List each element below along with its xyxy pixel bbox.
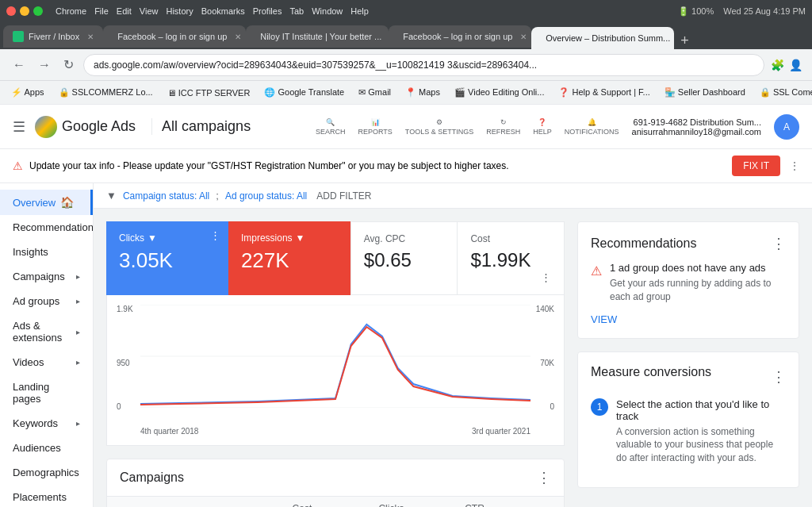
chart-x-labels: 4th quarter 2018 3rd quarter 2021 (117, 427, 554, 436)
hamburger-menu[interactable]: ☰ (13, 118, 25, 136)
bookmark-icc[interactable]: 🖥 ICC FTP SERVER (163, 86, 255, 100)
menu-history[interactable]: History (166, 6, 193, 16)
campaigns-section: Campaigns ⋮ Cost ▼ Clicks ▼ (106, 459, 565, 507)
clicks-dropdown[interactable]: ▼ (147, 232, 157, 244)
tab-facebook1-close[interactable]: ✕ (235, 33, 241, 41)
help-button[interactable]: ❓ HELP (533, 118, 552, 136)
forward-button[interactable]: → (35, 55, 54, 75)
add-filter-button[interactable]: ADD FILTER (316, 190, 371, 202)
new-tab-button[interactable]: + (674, 33, 695, 49)
bookmark-maps[interactable]: 📍 Maps (400, 85, 445, 100)
bookmark-gmail[interactable]: ✉ Gmail (354, 85, 396, 100)
ad-group-status-filter[interactable]: Ad group status: All (225, 190, 307, 202)
col-clicks[interactable]: Clicks ▼ (378, 503, 465, 507)
cost-sort[interactable]: ▼ (315, 505, 323, 508)
col-ctr[interactable]: CTR ▼ (465, 503, 551, 507)
sidebar-item-overview[interactable]: Overview 🏠 (0, 190, 93, 215)
minimize-dot[interactable] (20, 6, 29, 16)
search-button[interactable]: 🔍 SEARCH (316, 118, 346, 136)
x-right-label: 3rd quarter 2021 (472, 427, 530, 436)
bell-icon: 🔔 (588, 118, 596, 126)
tab-fiverr[interactable]: Fiverr / Inbox ✕ (3, 25, 103, 48)
tab-facebook2[interactable]: Facebook – log in or sign up ✕ (389, 25, 531, 48)
menu-bookmarks[interactable]: Bookmarks (201, 6, 245, 16)
cost-more[interactable]: ⋮ (541, 271, 551, 283)
keywords-chevron: ▸ (76, 419, 80, 428)
menu-chrome[interactable]: Chrome (56, 6, 86, 16)
sidebar-item-ads[interactable]: Ads & extensions ▸ (0, 313, 93, 350)
tab-googleads[interactable]: Overview – Distribution Summ... ✕ (531, 27, 674, 49)
clicks-sort[interactable]: ▼ (407, 505, 415, 508)
sidebar-item-insights[interactable]: Insights (0, 240, 93, 264)
menu-help[interactable]: Help (350, 6, 369, 16)
sidebar-item-videos[interactable]: Videos ▸ (0, 350, 93, 374)
sidebar-item-placements[interactable]: Placements (0, 485, 93, 507)
campaigns-more[interactable]: ⋮ (537, 469, 551, 486)
tools-button[interactable]: ⚙ TOOLS & SETTINGS (405, 118, 473, 136)
tab-facebook2-close[interactable]: ✕ (520, 33, 527, 41)
menu-profiles[interactable]: Profiles (253, 6, 282, 16)
ads-logo-icon (35, 116, 57, 138)
rec-header: Recommendations ⋮ (591, 235, 786, 252)
extensions-icon[interactable]: 🧩 (771, 59, 784, 71)
address-bar[interactable]: ads.google.com/aw/overview?ocid=28963404… (83, 54, 764, 76)
clicks-more[interactable]: ⋮ (210, 229, 220, 241)
sidebar-item-demographics[interactable]: Demographics (0, 460, 93, 485)
sidebar-item-campaigns[interactable]: Campaigns ▸ (0, 264, 93, 289)
campaign-status-filter[interactable]: Campaign status: All (123, 190, 209, 202)
metrics-row: Clicks ▼ 3.05K ⋮ Impressions ▼ 227K (106, 221, 565, 295)
y-right-mid: 70K (540, 359, 554, 367)
content-area: ▼ Campaign status: All ; Ad group status… (94, 183, 812, 507)
bookmark-ssl[interactable]: 🔒 SSL Comerce Panel (755, 85, 812, 100)
sidebar-item-adgroups[interactable]: Ad groups ▸ (0, 289, 93, 313)
tab-fiverr-close[interactable]: ✕ (87, 33, 94, 41)
bookmark-sslcommerz[interactable]: 🔒 SSLCOMMERZ Lo... (54, 85, 158, 100)
ctr-sort[interactable]: ▼ (488, 505, 496, 508)
sidebar-item-keywords[interactable]: Keywords ▸ (0, 411, 93, 436)
tab-niloy[interactable]: Niloy IT Institute | Your better ... ✕ (246, 25, 389, 48)
reports-button[interactable]: 📊 REPORTS (358, 118, 393, 136)
sidebar-item-landing[interactable]: Landing pages (0, 374, 93, 411)
reload-button[interactable]: ↻ (60, 54, 77, 75)
tab-facebook1[interactable]: Facebook – log in or sign up ✕ (103, 25, 246, 48)
impressions-label-row: Impressions ▼ (241, 232, 338, 244)
col-cost[interactable]: Cost ▼ (293, 503, 379, 507)
menu-window[interactable]: Window (312, 6, 343, 16)
ads-header: ☰ Google Ads All campaigns 🔍 SEARCH 📊 RE… (0, 105, 812, 149)
search-icon: 🔍 (326, 118, 335, 126)
menu-edit[interactable]: Edit (117, 6, 132, 16)
chart-area: 1.9K 950 0 140K 70K 0 (117, 305, 554, 424)
sidebar-item-recommendations[interactable]: Recommendations (0, 215, 93, 240)
window-controls (6, 6, 43, 16)
close-dot[interactable] (6, 6, 16, 16)
back-button[interactable]: ← (10, 55, 29, 75)
col-cost-label: Cost (293, 503, 312, 507)
rec-more[interactable]: ⋮ (772, 235, 786, 252)
measure-header: Measure conversions ⋮ (591, 365, 786, 389)
view-link[interactable]: VIEW (591, 313, 786, 325)
profile-icon[interactable]: 👤 (789, 59, 802, 71)
measure-more[interactable]: ⋮ (772, 368, 786, 386)
bookmark-translate[interactable]: 🌐 Google Translate (259, 85, 349, 100)
bookmark-seller[interactable]: 🏪 Seller Dashboard (660, 85, 750, 100)
tax-more-options[interactable]: ⋮ (790, 160, 799, 171)
menu-tab[interactable]: Tab (289, 6, 304, 16)
y-left-bottom: 0 (117, 402, 121, 411)
sidebar-item-audiences[interactable]: Audiences (0, 436, 93, 460)
maximize-dot[interactable] (33, 6, 43, 16)
refresh-button[interactable]: ↻ REFRESH (486, 118, 520, 136)
reports-label: REPORTS (358, 128, 393, 136)
clicks-label: Clicks (119, 232, 144, 244)
avatar[interactable]: A (774, 114, 799, 140)
bookmark-apps[interactable]: ⚡ Apps (6, 85, 49, 100)
menu-file[interactable]: File (94, 6, 109, 16)
fix-it-button[interactable]: FIX IT (732, 156, 780, 176)
filter-bar: ▼ Campaign status: All ; Ad group status… (94, 183, 812, 209)
impressions-dropdown[interactable]: ▼ (296, 232, 305, 244)
ads-logo-text: Google Ads (62, 118, 136, 135)
impressions-label: Impressions (241, 232, 293, 244)
notifications-button[interactable]: 🔔 NOTIFICATIONS (565, 118, 619, 136)
bookmark-video[interactable]: 🎬 Video Editing Onli... (450, 85, 549, 100)
bookmark-help[interactable]: ❓ Help & Support | F... (553, 85, 654, 100)
menu-view[interactable]: View (140, 6, 159, 16)
